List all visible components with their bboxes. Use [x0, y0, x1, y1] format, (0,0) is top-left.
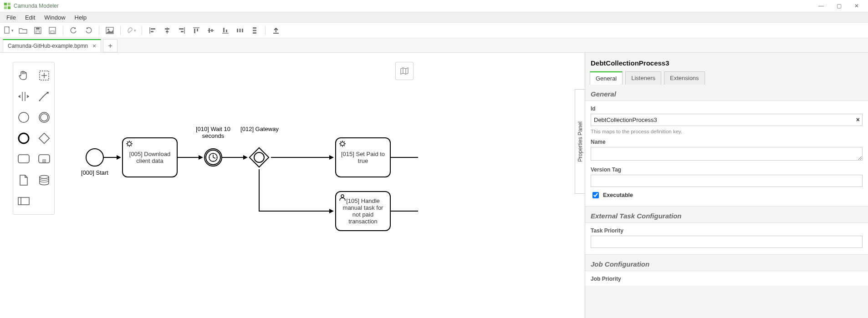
minimap-button[interactable]	[395, 62, 414, 80]
task-priority-input[interactable]	[591, 236, 863, 248]
menu-bar: File Edit Window Help	[0, 12, 868, 23]
bpmn-gateway[interactable]	[247, 146, 271, 169]
id-input[interactable]	[591, 114, 863, 126]
sequence-flow[interactable]	[222, 157, 244, 158]
pool-icon[interactable]	[13, 191, 34, 212]
sequence-flow[interactable]	[391, 157, 418, 158]
clear-id-button[interactable]: ×	[856, 116, 860, 123]
open-file-button[interactable]	[18, 25, 28, 35]
svg-rect-30	[237, 29, 238, 32]
space-tool-icon[interactable]	[13, 86, 34, 107]
toolbar: ▾ ▾	[0, 23, 868, 38]
close-tab-button[interactable]: ×	[92, 43, 96, 49]
menu-edit[interactable]: Edit	[21, 13, 39, 22]
sequence-flow[interactable]	[259, 211, 331, 212]
svg-point-42	[39, 100, 40, 101]
distribute-v-button[interactable]	[250, 25, 260, 35]
sequence-flow[interactable]	[271, 157, 330, 158]
data-store-icon[interactable]	[34, 170, 54, 191]
bpmn-gateway-label: [012] Gateway	[232, 126, 287, 132]
bpmn-task-015[interactable]: [015] Set Paid to true	[335, 137, 391, 177]
version-tag-input[interactable]	[591, 175, 863, 187]
svg-rect-35	[253, 32, 256, 34]
executable-checkbox[interactable]	[592, 192, 599, 198]
sequence-flow[interactable]	[178, 157, 199, 158]
svg-rect-20	[181, 31, 184, 32]
align-center-v-button[interactable]	[206, 25, 216, 35]
distribute-h-button[interactable]	[235, 25, 245, 35]
properties-tab-listeners[interactable]: Listeners	[625, 71, 661, 85]
sequence-flow[interactable]	[259, 169, 260, 211]
properties-tab-general[interactable]: General	[590, 71, 623, 85]
job-priority-label: Job Priority	[591, 276, 863, 282]
svg-rect-1	[8, 3, 10, 5]
sequence-flow[interactable]	[104, 157, 117, 158]
end-event-icon[interactable]	[13, 128, 34, 149]
window-title: Camunda Modeler	[14, 3, 59, 9]
lasso-tool-icon[interactable]	[34, 65, 54, 86]
align-left-button[interactable]	[148, 25, 158, 35]
bpmn-task-005[interactable]: [005] Download client data	[122, 137, 178, 177]
bpmn-task-015-label: [015] Set Paid to true	[340, 151, 386, 164]
svg-point-65	[341, 142, 344, 146]
svg-rect-29	[226, 30, 227, 32]
subprocess-icon[interactable]	[34, 149, 54, 170]
data-object-icon[interactable]	[13, 170, 34, 191]
svg-rect-8	[49, 27, 56, 34]
undo-button[interactable]	[69, 25, 79, 35]
service-task-icon	[339, 140, 346, 149]
new-file-button[interactable]: ▾	[4, 25, 14, 35]
gateway-icon[interactable]	[34, 128, 54, 149]
svg-rect-16	[165, 28, 169, 30]
svg-rect-6	[36, 31, 40, 33]
menu-window[interactable]: Window	[41, 13, 69, 22]
svg-rect-33	[253, 27, 256, 29]
menu-file[interactable]: File	[3, 13, 20, 22]
svg-rect-7	[36, 28, 40, 30]
svg-point-46	[19, 133, 29, 143]
start-event-icon[interactable]	[13, 107, 34, 128]
menu-help[interactable]: Help	[71, 13, 91, 22]
align-right-button[interactable]	[177, 25, 187, 35]
save-as-button[interactable]	[47, 25, 57, 35]
id-label: Id	[591, 106, 863, 112]
minimize-button[interactable]: —	[818, 3, 824, 9]
svg-rect-2	[4, 6, 7, 9]
properties-panel: DebtCollectionProcess3 General Listeners…	[585, 53, 868, 318]
color-button[interactable]: ▾	[126, 25, 136, 35]
svg-rect-54	[18, 197, 29, 205]
align-bottom-button[interactable]	[220, 25, 230, 35]
bpmn-task-005-label: [005] Download client data	[127, 151, 173, 164]
name-input[interactable]	[591, 147, 863, 161]
bpmn-start-event[interactable]	[86, 148, 104, 167]
image-button[interactable]	[105, 25, 115, 35]
maximize-button[interactable]: ▢	[837, 3, 842, 9]
version-tag-label: Version Tag	[591, 167, 863, 173]
bpmn-task-105[interactable]: [105] Handle manual task for not paid tr…	[335, 191, 391, 231]
file-tab-label: Camunda-GitHub-example.bpmn	[8, 43, 88, 49]
hand-tool-icon[interactable]	[13, 65, 34, 86]
intermediate-event-icon[interactable]	[34, 107, 54, 128]
bpmn-timer-event[interactable]	[204, 148, 222, 167]
svg-rect-26	[211, 29, 213, 32]
redo-button[interactable]	[83, 25, 93, 35]
connect-tool-icon[interactable]	[34, 86, 54, 107]
svg-rect-48	[18, 155, 29, 163]
close-window-button[interactable]: ✕	[854, 3, 859, 9]
align-top-button[interactable]	[191, 25, 201, 35]
file-tab-active[interactable]: Camunda-GitHub-example.bpmn ×	[3, 39, 101, 52]
svg-point-43	[19, 112, 29, 122]
deploy-button[interactable]	[271, 25, 281, 35]
sequence-flow[interactable]	[391, 211, 418, 212]
align-center-h-button[interactable]	[162, 25, 172, 35]
properties-tab-extensions[interactable]: Extensions	[664, 71, 705, 85]
add-tab-button[interactable]: +	[103, 39, 117, 52]
save-button[interactable]	[33, 25, 43, 35]
svg-line-59	[213, 157, 215, 158]
properties-panel-toggle[interactable]: Properties Panel	[575, 89, 585, 194]
svg-point-45	[41, 114, 48, 121]
executable-label: Executable	[603, 192, 633, 198]
file-tabs-row: Camunda-GitHub-example.bpmn × +	[0, 38, 868, 53]
task-icon[interactable]	[13, 149, 34, 170]
section-heading-external-task: External Task Configuration	[585, 207, 868, 222]
